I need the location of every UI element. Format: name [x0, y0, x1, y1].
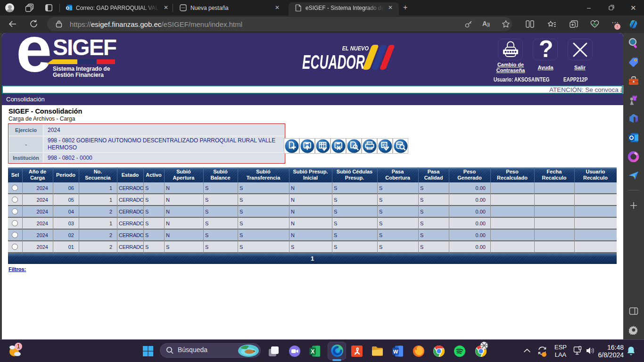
- svg-text:W: W: [393, 349, 398, 354]
- svg-text:C: C: [382, 142, 386, 147]
- svg-text:X: X: [311, 348, 314, 355]
